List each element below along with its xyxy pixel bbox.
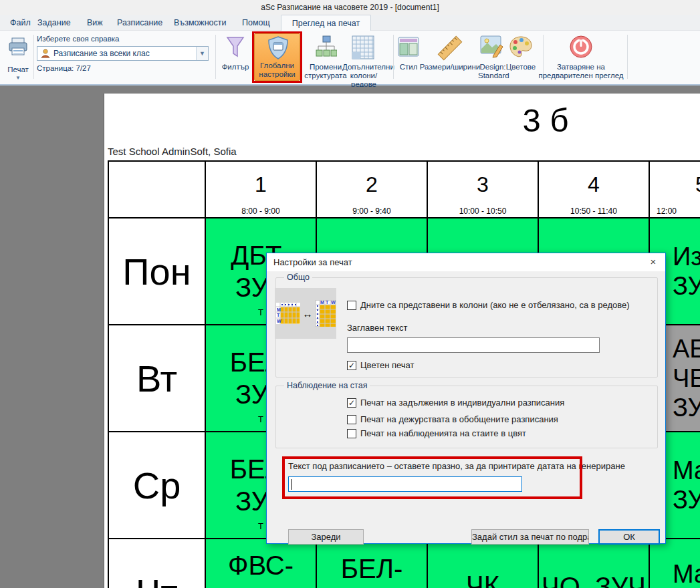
- svg-text:T: T: [277, 313, 280, 317]
- svg-text:W: W: [277, 319, 281, 323]
- menu-item-1[interactable]: Задание: [31, 15, 78, 31]
- dialog-title: Настройки за печат: [273, 257, 352, 267]
- dialog-title-bar[interactable]: Настройки за печат ×: [267, 253, 665, 271]
- power-close-icon: [569, 35, 593, 59]
- close-preview-label: Затваряне на предварителен преглед: [538, 63, 624, 80]
- report-person-icon: [40, 48, 51, 59]
- day-cell-2: Ср: [109, 432, 206, 539]
- svg-text:M: M: [320, 300, 324, 305]
- report-picker-label: Изберете своя справка: [37, 35, 120, 43]
- lesson-text: БЕЛ-: [317, 539, 427, 588]
- checkbox-room-option-1[interactable]: Печат на дежурствата в обобщените разпис…: [347, 414, 558, 424]
- load-button[interactable]: Зареди: [288, 529, 364, 545]
- checkbox-color-print-label: Цветен печат: [360, 360, 415, 370]
- palette-icon: [509, 35, 533, 58]
- lesson-text: ЧК: [428, 539, 538, 588]
- checkbox-room-option-0[interactable]: ✓Печат на задължения в индивидуални разп…: [347, 398, 564, 408]
- period-time: 12:00: [657, 206, 700, 216]
- grid-columns-icon: [352, 35, 374, 59]
- global-settings-button[interactable]: Глобални настройки: [254, 33, 300, 81]
- period-time: 10:00 - 10:50: [428, 206, 538, 216]
- ribbon-toolbar: Печат ▼ Изберете своя справка Разписание…: [0, 31, 700, 86]
- timetable-corner-cell: [109, 162, 206, 218]
- title-text-label: Заглавен текст: [347, 323, 407, 333]
- colors-button-label: Цветове: [503, 63, 539, 71]
- checkbox-room-option-1-label: Печат на дежурствата в обобщените разпис…: [360, 414, 558, 424]
- ribbon-separator: [33, 35, 34, 79]
- title-text-input[interactable]: [347, 337, 600, 353]
- lesson-cell-r3-c5: Ма: [650, 539, 700, 588]
- ruler-icon: [436, 35, 464, 61]
- report-select-value: Разписание за всеки клас: [53, 49, 150, 58]
- period-header-3: 310:00 - 10:50: [428, 162, 539, 218]
- sizes-button-label: Размери/ширини: [419, 63, 481, 71]
- orientation-preview-panel: M T W ↔ M T W: [275, 288, 336, 339]
- style-panel-icon: [398, 37, 419, 57]
- lesson-text: ЧО, ЗУЧ: [539, 539, 649, 588]
- tab-print-preview[interactable]: Преглед на печат: [281, 15, 371, 31]
- period-header-4: 410:50 - 11:40: [539, 162, 650, 218]
- svg-text:M: M: [277, 307, 281, 312]
- day-label: Вт: [109, 325, 205, 431]
- checkbox-room-option-2[interactable]: Печат на наблюденията на стаите в цвят: [347, 428, 526, 438]
- day-label: Ср: [109, 432, 205, 538]
- checkbox-room-option-2-box[interactable]: [347, 429, 356, 438]
- close-icon[interactable]: ×: [641, 253, 665, 271]
- period-number: 2: [317, 172, 427, 197]
- print-button-label: Печат: [3, 65, 33, 74]
- ribbon-separator: [215, 35, 216, 79]
- set-default-style-button[interactable]: Задай стил за печат по подразбиране: [471, 529, 589, 545]
- lesson-cell-r3-c2: БЕЛ-: [317, 539, 428, 588]
- design-picture-icon: [480, 35, 504, 58]
- svg-text:T: T: [326, 300, 329, 305]
- dropdown-arrow-icon[interactable]: ▼: [15, 75, 21, 81]
- lesson-cell-r3-c4: ЧО, ЗУЧ: [539, 539, 650, 588]
- lesson-text: ФВС-: [206, 539, 316, 588]
- print-button[interactable]: Печат ▼: [3, 36, 33, 80]
- period-number: 5: [695, 172, 700, 197]
- ribbon-separator: [627, 35, 628, 79]
- ok-button[interactable]: ОК: [598, 529, 660, 545]
- lesson-text: Ма: [650, 539, 700, 588]
- checkbox-room-option-2-label: Печат на наблюденията на стаите в цвят: [360, 428, 526, 438]
- checkbox-color-print[interactable]: ✓Цветен печат: [347, 360, 415, 370]
- group-room-supervision-label: Наблюдение на стая: [284, 381, 370, 390]
- checkbox-days-in-columns[interactable]: Дните са представени в колони (ако не е …: [347, 300, 630, 310]
- period-number: 1: [206, 172, 316, 197]
- print-settings-dialog: Настройки за печат × Общо M T W ↔: [266, 253, 666, 544]
- day-cell-3: Чт: [109, 539, 206, 588]
- checkbox-days-in-columns-box[interactable]: [347, 301, 356, 310]
- ribbon-separator: [393, 35, 394, 79]
- checkbox-room-option-0-box[interactable]: ✓: [347, 398, 356, 408]
- school-name: Test School AdminSoft, Sofia: [108, 146, 237, 157]
- global-settings-label: Глобални настройки: [255, 61, 300, 79]
- asc-timetables-window: aSc Разписание на часовете 2019 - [docum…: [0, 0, 700, 588]
- days-in-columns-icon: M T W: [316, 300, 336, 327]
- checkbox-room-option-1-box[interactable]: [347, 415, 356, 424]
- menu-item-4[interactable]: Възможности: [167, 15, 233, 31]
- footer-text-label: Текст под разписанието – оставете празно…: [288, 461, 625, 471]
- days-in-rows-icon: M T W: [276, 303, 300, 324]
- extra-columns-label: Допълнителни колони/редове: [342, 63, 385, 89]
- style-button-label: Стил: [398, 63, 419, 71]
- menu-item-5[interactable]: Помощ: [235, 15, 277, 31]
- page-indicator: Страница: 7/27: [37, 64, 91, 73]
- shield-settings-icon: [267, 36, 289, 60]
- checkbox-color-print-box[interactable]: ✓: [347, 361, 356, 370]
- menu-bar: Преглед на печат ФайлЗаданиеВижРазписани…: [0, 15, 700, 31]
- period-time: 8:00 - 9:00: [206, 206, 316, 216]
- footer-text-input[interactable]: [288, 476, 522, 492]
- menu-item-3[interactable]: Разписание: [110, 15, 169, 31]
- lesson-cell-r3-c1: ФВС-: [206, 539, 317, 588]
- period-time: 10:50 - 11:40: [539, 206, 649, 216]
- text-caret: [291, 479, 292, 490]
- menu-item-2[interactable]: Виж: [80, 15, 110, 31]
- structure-orgchart-icon: [316, 35, 337, 59]
- report-select-dropdown[interactable]: ▼: [196, 47, 208, 60]
- report-select[interactable]: Разписание за всеки клас ▼: [37, 46, 209, 61]
- checkbox-days-in-columns-label: Дните са представени в колони (ако не е …: [360, 300, 630, 310]
- period-header-2: 29:00 - 9:40: [317, 162, 428, 218]
- checkbox-room-option-0-label: Печат на задължения в индивидуални разпи…: [360, 398, 564, 408]
- period-number: 4: [539, 172, 649, 197]
- class-title: 3 б: [439, 102, 653, 139]
